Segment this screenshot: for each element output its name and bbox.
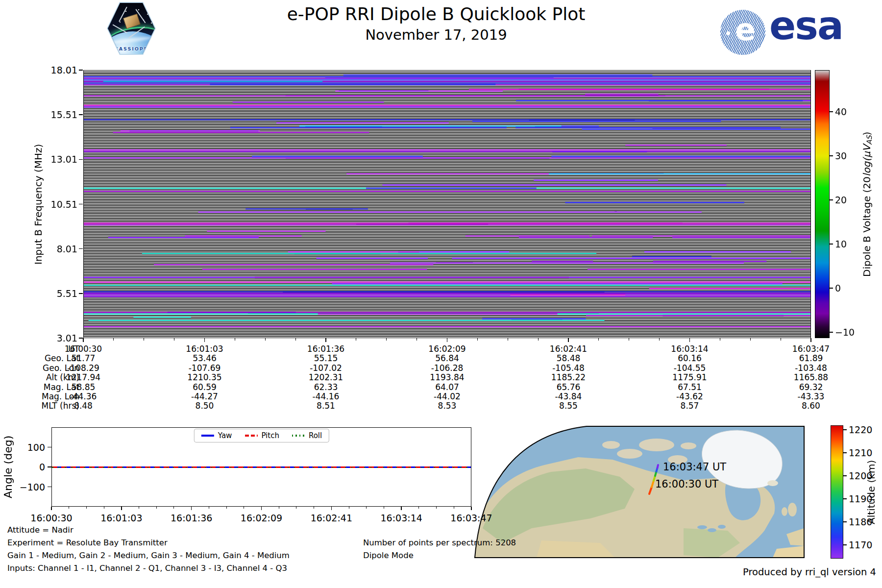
legend-label: Pitch <box>261 431 279 440</box>
ephemeris-cell: 64.07 <box>387 383 508 392</box>
altitude-cbar-tick-mark <box>843 475 847 476</box>
angle-xtick-minor-mark <box>226 507 227 509</box>
ephemeris-cell: -103.48 <box>750 364 872 373</box>
cbar-label-sub: AS <box>865 135 873 145</box>
legend-label: Roll <box>309 431 322 440</box>
voltage-cbar-tick-label: 10 <box>835 239 860 249</box>
spec-ytick-label: 18.01 <box>38 65 77 75</box>
footer-line-middle: Number of points per spectrum: 5208 <box>363 538 516 547</box>
cassiope-badge-label: CASSIOPE <box>108 46 155 51</box>
roll-line <box>52 467 471 468</box>
spec-xtick-minor-mark <box>508 338 508 341</box>
altitude-cbar-tick-label: 1170 <box>849 539 874 550</box>
ephemeris-cell: 51.77 <box>23 354 144 363</box>
yaw-line-swatch <box>201 435 214 437</box>
map-arctic-island <box>617 449 642 459</box>
track-end-time-label: 16:03:47 UT <box>663 461 726 473</box>
map-arctic-island <box>602 441 620 449</box>
angle-ytick-mark <box>48 447 51 448</box>
altitude-cbar-tick-label: 1200 <box>849 470 874 481</box>
spec-ytick-label: 13.01 <box>38 154 77 165</box>
voltage-cbar-tick-mark <box>830 244 833 245</box>
ephemeris-cell: 69.32 <box>750 383 872 392</box>
ephemeris-cell: 1202.31 <box>265 373 387 382</box>
map-great-lake <box>697 525 707 529</box>
spec-xtick-mark <box>204 338 205 342</box>
angle-xtick-minor-mark <box>104 507 104 509</box>
altitude-cbar-tick-label: 1210 <box>849 447 874 458</box>
ephemeris-cell: 56.84 <box>387 354 508 363</box>
ephemeris-cell: 1217.94 <box>23 373 144 382</box>
spec-xtick-mark <box>83 338 84 342</box>
legend-label: Yaw <box>218 431 232 440</box>
spec-xtick-minor-mark <box>174 338 174 341</box>
angle-xtick-minor-mark <box>314 507 314 509</box>
voltage-cbar-tick-label: 0 <box>835 283 860 294</box>
map-great-lake <box>708 528 716 532</box>
spec-xtick-minor-mark <box>659 338 660 341</box>
spec-xtick-minor-mark <box>720 338 720 341</box>
angle-legend: YawPitchRoll <box>194 429 329 442</box>
angle-ytick-label: 100 <box>15 442 45 453</box>
ephemeris-cell: 1210.35 <box>144 373 266 382</box>
spec-xtick-minor-mark <box>416 338 417 341</box>
spec-ytick-mark <box>79 204 83 205</box>
ephemeris-cell: 8.53 <box>387 401 508 411</box>
altitude-cbar-tick-mark <box>843 521 847 522</box>
angle-xtick-mark <box>191 507 192 510</box>
pitch-line-swatch <box>245 435 257 437</box>
footer-line-left: Inputs: Channel 1 - I1, Channel 2 - Q1, … <box>7 564 287 573</box>
map-great-lake <box>718 525 726 529</box>
ephemeris-cell: 8.57 <box>629 401 751 411</box>
altitude-colorbar-label: Altitude (km) <box>865 425 877 559</box>
angle-xtick-minor-mark <box>349 507 349 509</box>
map-britain <box>788 503 797 516</box>
ephemeris-cell: 55.15 <box>265 354 387 363</box>
voltage-cbar-tick-label: −10 <box>835 327 860 338</box>
spec-ytick-mark <box>79 159 83 160</box>
angle-xtick-label: 16:01:36 <box>157 513 226 523</box>
ephemeris-cell: -44.16 <box>265 392 387 401</box>
voltage-cbar-tick-label: 20 <box>835 195 860 205</box>
spec-xtick-minor-mark <box>538 338 539 341</box>
voltage-colorbar <box>815 70 830 338</box>
map-iceland <box>767 480 778 486</box>
angle-xtick-minor-mark <box>436 507 437 509</box>
ephemeris-cell: 62.33 <box>265 383 387 392</box>
altitude-colorbar <box>831 425 843 559</box>
quicklook-figure: CASSIOPE e-POP RRI Dipole B Quicklook Pl… <box>0 0 882 588</box>
voltage-cbar-tick-label: 40 <box>835 106 860 117</box>
ephemeris-cell: -107.69 <box>144 364 266 373</box>
altitude-cbar-tick-mark <box>843 544 847 545</box>
ephemeris-cell: 60.59 <box>144 383 266 392</box>
angle-xtick-label: 16:01:03 <box>87 513 156 523</box>
spec-xtick-minor-mark <box>235 338 235 341</box>
track-start-time-label: 16:00:30 UT <box>655 478 718 490</box>
voltage-cbar-tick-mark <box>830 332 833 333</box>
map-arctic-island <box>681 442 696 449</box>
spec-xtick-minor-mark <box>295 338 296 341</box>
angle-xtick-minor-mark <box>173 507 174 509</box>
voltage-cbar-tick-label: 30 <box>835 150 860 161</box>
angle-xtick-minor-mark <box>69 507 69 509</box>
spec-ytick-label: 5.51 <box>38 288 77 299</box>
ephemeris-cell: 67.51 <box>629 383 751 392</box>
ephemeris-cell: -43.84 <box>508 392 629 401</box>
ephemeris-cell: 1193.84 <box>387 373 508 382</box>
spectrogram-axes-frame <box>83 70 811 338</box>
ephemeris-cell: 16:03:47 <box>750 344 872 354</box>
spec-xtick-minor-mark <box>265 338 266 341</box>
spec-ytick-label: 10.51 <box>38 199 77 210</box>
angle-ytick-label: −100 <box>15 482 45 492</box>
angle-xtick-minor-mark <box>244 507 244 509</box>
ephemeris-cell: 1185.22 <box>508 373 629 382</box>
ephemeris-cell: 16:01:03 <box>144 344 266 354</box>
altitude-cbar-tick-mark <box>843 498 847 499</box>
spec-xtick-minor-mark <box>781 338 781 341</box>
angle-xtick-minor-mark <box>209 507 209 509</box>
spec-xtick-minor-mark <box>144 338 144 341</box>
ephemeris-cell: 8.50 <box>144 401 266 411</box>
ephemeris-cell: -44.27 <box>144 392 266 401</box>
altitude-cbar-tick-label: 1180 <box>849 516 874 527</box>
altitude-cbar-tick-mark <box>843 429 847 430</box>
